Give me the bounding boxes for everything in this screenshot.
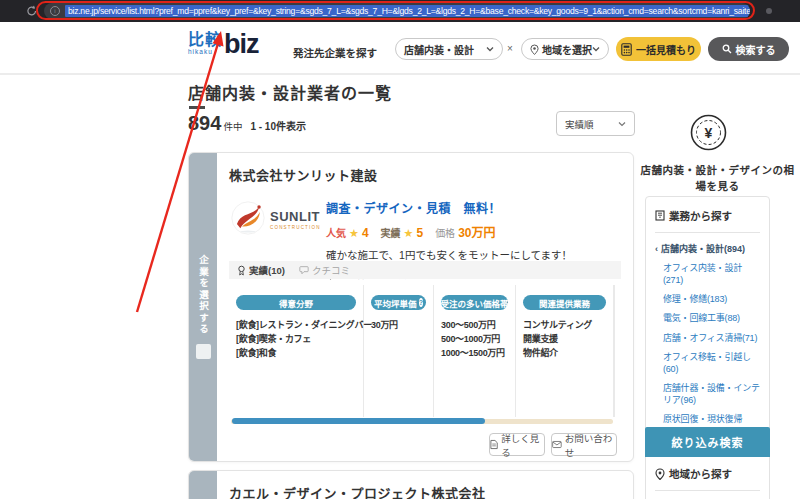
category-link[interactable]: 修理・修繕(183) xyxy=(663,293,760,305)
table-cell: [飲食]レストラン・ダイニングバー xyxy=(236,319,356,333)
pin-icon xyxy=(530,44,539,55)
logo-kana: hikaku xyxy=(188,48,222,55)
table-cell: 500〜1000万円 xyxy=(441,333,508,347)
document-icon xyxy=(490,439,498,450)
address-bar[interactable]: i biz.ne.jp/service/list.html?pref_md=pp… xyxy=(44,3,750,19)
table-column-clipped: 会 実績 xyxy=(614,285,621,417)
record-label: 実績 xyxy=(381,225,401,240)
result-range: 1 - 10件表示 xyxy=(250,118,306,133)
chevron-down-icon xyxy=(486,45,494,53)
category-link[interactable]: 店舗什器・設備・インテリア(96) xyxy=(663,382,760,406)
result-count-unit: 件中 xyxy=(223,119,242,133)
table-cell: 物件紹介 xyxy=(523,347,606,361)
table-cell: コンサルティング xyxy=(523,319,606,333)
search-icon xyxy=(722,44,732,54)
logo-biz: biz xyxy=(224,31,259,57)
sunlit-logo-mark-icon xyxy=(231,201,265,235)
divider xyxy=(655,490,760,491)
reviews-stat[interactable]: クチコミ xyxy=(299,263,350,277)
reload-icon[interactable] xyxy=(26,0,38,22)
company-rating-row: 人気 ★ 4 実績 ★ 5 価格 30万円 xyxy=(326,223,616,240)
category-select[interactable]: 店舗内装・設計 xyxy=(395,38,503,60)
record-value: 5 xyxy=(416,226,423,240)
star-icon: ★ xyxy=(349,227,359,240)
search-button[interactable]: 検索する xyxy=(708,37,789,61)
search-button-label: 検索する xyxy=(736,42,776,57)
bulk-quote-button[interactable]: 一括見積もり xyxy=(616,37,701,61)
price-guide-link[interactable]: 店舗内装・設計・デザインの相場を見る xyxy=(640,162,795,195)
contact-button[interactable]: お問い合わせ xyxy=(551,433,617,456)
detail-button-label: 詳しく見る xyxy=(501,431,544,459)
region-search-title-row: 地域から探す xyxy=(655,466,760,481)
table-column-specialty: 得意分野 [飲食]レストラン・ダイニングバー [飲食]喫茶・カフェ [飲食]和食 xyxy=(229,285,364,417)
price-value: 30万円 xyxy=(458,223,495,240)
category-link[interactable]: オフィス内装・設計(271) xyxy=(663,262,760,286)
title-underline xyxy=(189,106,205,109)
sort-value: 実績順 xyxy=(565,117,594,131)
reviews-stat-label: クチコミ xyxy=(312,263,350,277)
company-logo-text: SUNLIT xyxy=(270,209,320,224)
table-cell: [飲食]喫茶・カフェ xyxy=(236,333,356,347)
table-column-related-services: 関連提供業務 コンサルティング 開業支援 物件紹介 xyxy=(516,285,614,417)
region-value: 地域を選択 xyxy=(542,42,592,57)
building-icon xyxy=(655,210,665,221)
page-title: 店舗内装・設計業者の一覧 xyxy=(188,80,392,104)
company-name[interactable]: カエル・デザイン・プロジェクト株式会社 xyxy=(229,483,486,499)
popularity-label: 人気 xyxy=(326,225,346,240)
results-stat[interactable]: 実績(10) xyxy=(237,263,285,277)
question-badge-icon[interactable]: ? xyxy=(419,298,423,307)
sort-select[interactable]: 実績順 xyxy=(556,111,635,136)
chevron-down-icon xyxy=(592,45,600,53)
scrollbar-thumb[interactable] xyxy=(232,418,485,424)
category-link[interactable]: 電気・回線工事(88) xyxy=(663,312,760,324)
chevron-left-icon: ‹ xyxy=(655,244,658,254)
category-link[interactable]: オフィス移転・引越し(60) xyxy=(663,351,760,375)
select-separator: × xyxy=(507,43,513,54)
pin-icon xyxy=(655,468,665,480)
company-logo: SUNLIT CONSTRUCTION xyxy=(231,201,321,235)
table-cell: 1000〜1500万円 xyxy=(441,347,508,361)
table-horizontal-scrollbar[interactable] xyxy=(231,419,613,424)
chevron-down-icon xyxy=(618,120,626,128)
column-header-pill: 平均坪単価 ? xyxy=(371,295,426,310)
column-header-pill: 関連提供業務 xyxy=(523,295,606,310)
site-logo[interactable]: 比較 hikaku biz xyxy=(188,31,259,57)
region-select[interactable]: 地域を選択 xyxy=(521,38,609,60)
category-box-title-row: 業務から探す xyxy=(655,208,760,223)
company-attributes-table: 得意分野 [飲食]レストラン・ダイニングバー [飲食]喫茶・カフェ [飲食]和食… xyxy=(229,285,621,417)
yen-coin-icon[interactable]: ¥ xyxy=(690,114,727,151)
table-column-price-range: 受注の多い価格帯 300〜500万円 500〜1000万円 1000〜1500万… xyxy=(434,285,516,417)
popularity-value: 4 xyxy=(362,226,369,240)
table-cell: 300〜500万円 xyxy=(441,319,508,333)
detail-button[interactable]: 詳しく見る xyxy=(489,433,545,456)
star-icon: ★ xyxy=(404,227,414,240)
category-value: 店舗内装・設計 xyxy=(404,42,474,57)
company-card: カエル・デザイン・プロジェクト株式会社 xyxy=(188,470,634,499)
select-company-strip[interactable]: 企業を選択する xyxy=(189,153,217,461)
column-header-pill: 受注の多い価格帯 xyxy=(441,295,508,310)
table-cell: [飲食]和食 xyxy=(236,347,356,361)
table-cell: 開業支援 xyxy=(523,333,606,347)
envelope-icon xyxy=(552,440,562,449)
category-link[interactable]: 店舗・オフィス清掃(71) xyxy=(663,332,760,344)
results-stat-label: 実績(10) xyxy=(249,263,285,277)
current-category[interactable]: ‹ 店舗内装・設計(894) xyxy=(655,242,760,255)
price-label: 価格 xyxy=(435,225,455,240)
url-text[interactable]: biz.ne.jp/service/list.html?pref_md=ppre… xyxy=(65,5,750,17)
extensions-icon[interactable] xyxy=(766,8,772,14)
site-info-icon[interactable]: i xyxy=(50,6,60,16)
divider xyxy=(655,232,760,233)
speech-bubble-icon xyxy=(299,265,309,275)
select-company-strip[interactable] xyxy=(189,471,217,499)
filter-search-header: 絞り込み検索 xyxy=(645,427,770,457)
calculator-icon xyxy=(621,43,632,56)
select-company-label: 企業を選択する xyxy=(196,255,210,336)
company-name[interactable]: 株式会社サンリット建設 xyxy=(229,165,378,184)
browser-toolbar: i biz.ne.jp/service/list.html?pref_md=pp… xyxy=(0,0,800,22)
company-tagline: 確かな施工で、1円でも安くをモットーにしてます！ xyxy=(326,247,616,262)
table-cell: 30万円 xyxy=(371,319,426,333)
search-companies-label: 発注先企業を探す xyxy=(293,45,377,60)
result-count-number: 894 xyxy=(188,112,221,135)
select-company-checkbox[interactable] xyxy=(196,344,211,359)
svg-text:¥: ¥ xyxy=(705,125,713,141)
